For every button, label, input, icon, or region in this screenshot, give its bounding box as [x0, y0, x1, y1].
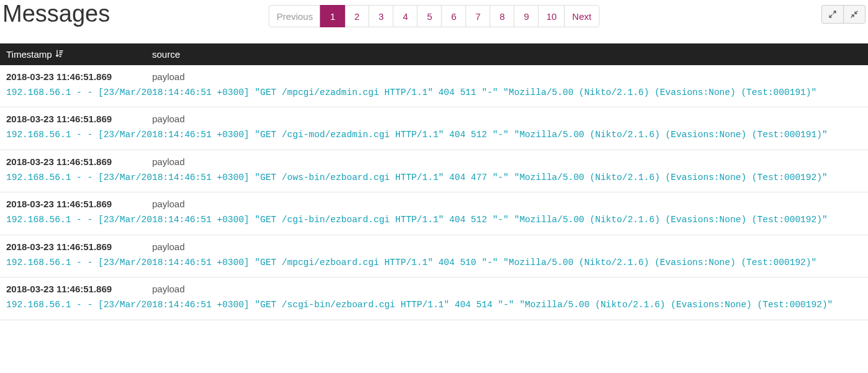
page-5[interactable]: 5: [417, 5, 442, 27]
pagination: Previous12345678910Next: [269, 5, 600, 27]
table-row: 2018-03-23 11:46:51.869payload192.168.56…: [0, 65, 868, 107]
page-2[interactable]: 2: [345, 5, 369, 27]
row-timestamp: 2018-03-23 11:46:51.869: [6, 199, 152, 209]
row-header: 2018-03-23 11:46:51.869payload: [6, 284, 862, 294]
row-source-label: payload: [152, 284, 185, 294]
row-source-label: payload: [152, 71, 185, 82]
expand-all-button[interactable]: [821, 5, 844, 24]
row-payload[interactable]: 192.168.56.1 - - [23/Mar/2018:14:46:51 +…: [6, 298, 862, 312]
row-payload[interactable]: 192.168.56.1 - - [23/Mar/2018:14:46:51 +…: [6, 256, 862, 269]
page-previous: Previous: [269, 5, 321, 27]
row-header: 2018-03-23 11:46:51.869payload: [6, 156, 862, 167]
table-header: Timestamp source: [0, 43, 868, 65]
column-header-source-label: source: [152, 49, 180, 60]
row-timestamp: 2018-03-23 11:46:51.869: [6, 156, 152, 167]
page-7[interactable]: 7: [466, 5, 491, 27]
table-row: 2018-03-23 11:46:51.869payload192.168.56…: [0, 150, 868, 192]
page-9[interactable]: 9: [514, 5, 539, 27]
expand-icon: [829, 11, 836, 18]
column-header-timestamp-label: Timestamp: [6, 49, 52, 60]
page-title: Messages: [2, 0, 110, 29]
row-payload[interactable]: 192.168.56.1 - - [23/Mar/2018:14:46:51 +…: [6, 171, 862, 184]
table-row: 2018-03-23 11:46:51.869payload192.168.56…: [0, 107, 868, 150]
collapse-icon: [851, 11, 858, 18]
expand-collapse-group: [821, 5, 866, 24]
collapse-all-button[interactable]: [843, 5, 866, 24]
messages-table: Timestamp source 2018-03-23 11:46:51.869…: [0, 43, 868, 320]
table-row: 2018-03-23 11:46:51.869payload192.168.56…: [0, 277, 868, 320]
table-row: 2018-03-23 11:46:51.869payload192.168.56…: [0, 235, 868, 277]
row-payload[interactable]: 192.168.56.1 - - [23/Mar/2018:14:46:51 +…: [6, 128, 862, 142]
top-bar: Messages Previous12345678910Next: [0, 0, 868, 37]
column-header-source[interactable]: source: [152, 49, 862, 60]
row-payload[interactable]: 192.168.56.1 - - [23/Mar/2018:14:46:51 +…: [6, 86, 862, 99]
page-4[interactable]: 4: [393, 5, 418, 27]
sort-desc-icon: [56, 50, 63, 59]
row-header: 2018-03-23 11:46:51.869payload: [6, 199, 862, 209]
page-1[interactable]: 1: [320, 5, 345, 27]
row-timestamp: 2018-03-23 11:46:51.869: [6, 241, 152, 252]
row-payload[interactable]: 192.168.56.1 - - [23/Mar/2018:14:46:51 +…: [6, 213, 862, 227]
row-source-label: payload: [152, 156, 185, 167]
row-timestamp: 2018-03-23 11:46:51.869: [6, 114, 152, 124]
table-row: 2018-03-23 11:46:51.869payload192.168.56…: [0, 192, 868, 235]
page-3[interactable]: 3: [369, 5, 394, 27]
row-timestamp: 2018-03-23 11:46:51.869: [6, 71, 152, 82]
row-source-label: payload: [152, 241, 185, 252]
row-header: 2018-03-23 11:46:51.869payload: [6, 114, 862, 124]
row-header: 2018-03-23 11:46:51.869payload: [6, 71, 862, 82]
page-6[interactable]: 6: [441, 5, 466, 27]
row-source-label: payload: [152, 199, 185, 209]
page-10[interactable]: 10: [538, 5, 565, 27]
row-timestamp: 2018-03-23 11:46:51.869: [6, 284, 152, 294]
page-next[interactable]: Next: [564, 5, 600, 27]
column-header-timestamp[interactable]: Timestamp: [6, 49, 152, 60]
row-header: 2018-03-23 11:46:51.869payload: [6, 241, 862, 252]
row-source-label: payload: [152, 114, 185, 124]
page-8[interactable]: 8: [490, 5, 515, 27]
